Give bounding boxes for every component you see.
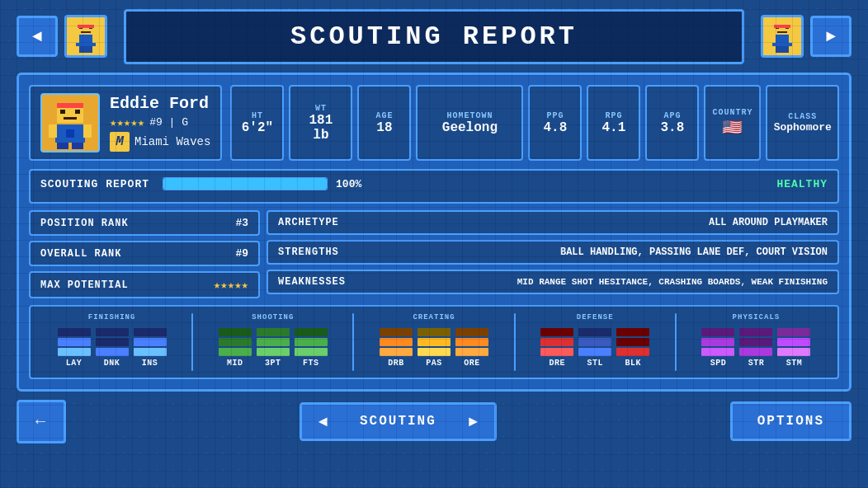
- hometown-value: Geelong: [442, 120, 498, 135]
- scouting-report-title: SCOUTING REPORT: [40, 178, 149, 190]
- stm-bar: [777, 326, 810, 356]
- player-num-pos: #9 | G: [149, 116, 188, 129]
- shooting-bars: MID 3PT: [201, 326, 344, 368]
- back-button[interactable]: ←: [17, 400, 66, 443]
- svg-rect-17: [776, 46, 782, 53]
- report-header: SCOUTING REPORT 100% HEALTHY: [40, 177, 828, 190]
- skills-section: FINISHING LAY: [29, 305, 839, 379]
- skill-group-physicals: PHYSICALS SPD: [685, 313, 828, 371]
- skill-stm: STM: [777, 326, 810, 368]
- blk-label: BLK: [625, 359, 641, 368]
- apg-value: 3.8: [660, 120, 684, 135]
- finishing-label: FINISHING: [40, 313, 183, 321]
- fts-bar: [295, 326, 328, 356]
- ht-label: HT: [252, 111, 263, 120]
- svg-rect-11: [776, 21, 789, 25]
- stat-ht: HT 6'2": [230, 85, 284, 161]
- svg-rect-25: [60, 110, 65, 114]
- ore-bar: [455, 326, 488, 356]
- strengths-value: BALL HANDLING, PASSING LANE DEF, COURT V…: [560, 246, 828, 258]
- overall-rank-label: OVERALL RANK: [40, 248, 121, 260]
- stat-wt: WT 181 lb: [289, 85, 352, 161]
- drb-bar: [380, 326, 413, 356]
- stat-country: COUNTRY 🇺🇸: [704, 85, 761, 161]
- skill-3pt: 3PT: [257, 326, 290, 368]
- divider-3: [514, 313, 516, 371]
- svg-rect-28: [57, 103, 83, 108]
- str-label: STR: [748, 359, 765, 368]
- creating-bars: DRB PAS: [362, 326, 505, 368]
- progress-text: 100%: [336, 178, 361, 190]
- skill-group-creating: CREATING DRB: [362, 313, 505, 371]
- player-name: Eddie Ford: [110, 94, 210, 113]
- player-rating: ★★★★★ #9 | G: [110, 115, 210, 129]
- skill-blk: BLK: [616, 326, 649, 368]
- mid-label: MID: [227, 359, 243, 368]
- scouting-nav[interactable]: ◄ SCOUTING ►: [300, 402, 496, 441]
- svg-rect-10: [78, 25, 94, 28]
- spd-label: SPD: [710, 359, 727, 368]
- physicals-label: PHYSICALS: [685, 313, 828, 321]
- player-info-row: Eddie Ford ★★★★★ #9 | G M Miami Waves: [29, 85, 839, 161]
- class-value: Sophomore: [774, 121, 832, 134]
- prev-player-button[interactable]: ◄: [17, 16, 58, 57]
- svg-rect-18: [782, 46, 789, 53]
- spd-bar: [701, 326, 734, 356]
- player-avatar-small-right: [761, 15, 804, 58]
- skill-ins: INS: [134, 326, 167, 368]
- svg-rect-7: [86, 46, 92, 53]
- wt-label: WT: [315, 104, 327, 113]
- stats-rows: POSITION RANK #3 OVERALL RANK #9 MAX POT…: [29, 210, 839, 298]
- ht-value: 6'2": [242, 120, 273, 135]
- scouting-next-button[interactable]: ►: [453, 405, 494, 439]
- ore-label: ORE: [464, 359, 480, 368]
- shooting-label: SHOOTING: [201, 313, 344, 321]
- skill-stl: STL: [578, 326, 611, 368]
- options-button[interactable]: OPTIONS: [730, 401, 851, 441]
- skill-lay: LAY: [58, 326, 91, 368]
- svg-rect-21: [774, 25, 790, 28]
- scouting-prev-button[interactable]: ◄: [302, 405, 343, 439]
- archetype-value: ALL AROUND PLAYMAKER: [709, 217, 828, 228]
- stm-label: STM: [786, 359, 803, 368]
- svg-rect-9: [92, 35, 97, 43]
- age-value: 18: [376, 120, 392, 135]
- next-player-button[interactable]: ►: [810, 16, 851, 57]
- drb-label: DRB: [388, 359, 404, 368]
- apg-label: APG: [663, 111, 681, 120]
- skill-pas: PAS: [417, 326, 451, 368]
- hometown-label: HOMETOWN: [446, 111, 493, 120]
- svg-rect-33: [66, 129, 74, 138]
- skill-spd: SPD: [701, 326, 734, 368]
- scouting-nav-label: SCOUTING: [343, 406, 453, 437]
- stl-bar: [578, 326, 611, 356]
- team-logo: M: [110, 132, 130, 152]
- skill-group-defense: DEFENSE DRE: [524, 313, 667, 371]
- skill-ore: ORE: [455, 326, 488, 368]
- header-left: ◄: [17, 15, 107, 58]
- main-content: Eddie Ford ★★★★★ #9 | G M Miami Waves: [17, 73, 851, 392]
- svg-rect-19: [771, 35, 776, 43]
- svg-rect-31: [57, 143, 68, 149]
- dnk-label: DNK: [104, 359, 120, 368]
- svg-rect-15: [777, 31, 787, 33]
- svg-rect-4: [81, 31, 91, 33]
- svg-rect-8: [74, 35, 79, 43]
- rpg-label: RPG: [605, 111, 622, 120]
- overall-rank-value: #9: [235, 247, 248, 260]
- finishing-bars: LAY DNK: [40, 326, 183, 368]
- mid-bar: [219, 326, 252, 356]
- progress-bar: [163, 177, 328, 190]
- pas-bar: [417, 326, 451, 356]
- skill-fts: FTS: [295, 326, 328, 368]
- stat-age: AGE 18: [357, 85, 411, 161]
- stats-grid: HT 6'2" WT 181 lb AGE 18 HOMETOWN Geelon…: [230, 85, 839, 161]
- skills-groups: FINISHING LAY: [40, 313, 828, 371]
- stat-apg: APG 3.8: [645, 85, 699, 161]
- ppg-value: 4.8: [543, 120, 567, 135]
- player-stars: ★★★★★: [110, 115, 144, 129]
- skill-dre: DRE: [540, 326, 573, 368]
- class-label: CLASS: [788, 112, 817, 121]
- divider-4: [675, 313, 677, 371]
- ins-label: INS: [142, 359, 158, 368]
